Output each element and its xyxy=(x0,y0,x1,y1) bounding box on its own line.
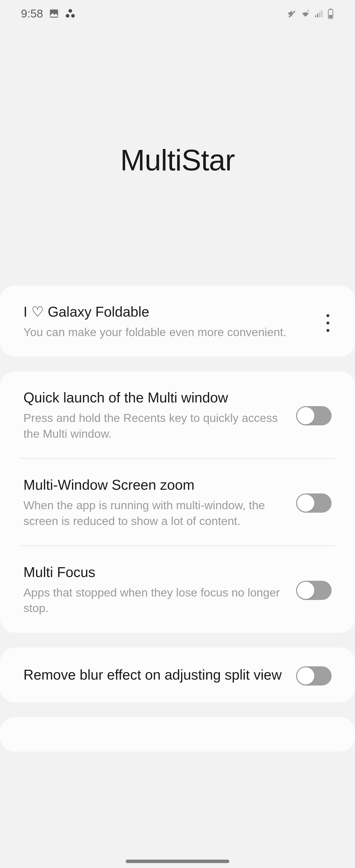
remove-blur-toggle[interactable] xyxy=(296,666,331,685)
blur-card: Remove blur effect on adjusting split vi… xyxy=(0,648,355,702)
remove-blur-text: Remove blur effect on adjusting split vi… xyxy=(24,665,296,684)
svg-rect-8 xyxy=(321,10,322,17)
partial-card xyxy=(0,717,355,752)
svg-rect-10 xyxy=(330,9,331,10)
foldable-text: I ♡ Galaxy Foldable You can make your fo… xyxy=(24,302,331,340)
more-options-icon xyxy=(326,314,329,317)
battery-icon xyxy=(327,8,334,19)
app-icon xyxy=(65,8,76,19)
quick-launch-title: Quick launch of the Multi window xyxy=(24,388,286,407)
page-title: MultiStar xyxy=(120,143,235,177)
svg-rect-5 xyxy=(315,15,316,17)
quick-launch-toggle[interactable] xyxy=(296,406,331,425)
more-options-icon xyxy=(326,321,329,324)
multi-focus-toggle[interactable] xyxy=(296,581,331,600)
svg-rect-6 xyxy=(317,13,318,17)
svg-text:6: 6 xyxy=(307,9,309,12)
toggle-knob xyxy=(297,494,314,512)
screen-zoom-text: Multi-Window Screen zoom When the app is… xyxy=(24,475,296,529)
remove-blur-title: Remove blur effect on adjusting split vi… xyxy=(24,665,286,684)
remove-blur-item[interactable]: Remove blur effect on adjusting split vi… xyxy=(0,648,355,702)
status-right: 6 xyxy=(287,8,334,19)
screen-zoom-desc: When the app is running with multi-windo… xyxy=(24,497,286,529)
signal-icon xyxy=(314,9,324,19)
status-time: 9:58 xyxy=(21,7,43,20)
svg-rect-11 xyxy=(329,15,332,18)
screen-zoom-toggle[interactable] xyxy=(296,493,331,513)
quick-launch-item[interactable]: Quick launch of the Multi window Press a… xyxy=(0,371,355,458)
foldable-card: I ♡ Galaxy Foldable You can make your fo… xyxy=(0,285,355,356)
multi-focus-title: Multi Focus xyxy=(24,563,286,582)
screen-zoom-title: Multi-Window Screen zoom xyxy=(24,475,286,494)
multi-focus-item[interactable]: Multi Focus Apps that stopped when they … xyxy=(0,546,355,633)
toggle-knob xyxy=(297,667,314,685)
quick-launch-text: Quick launch of the Multi window Press a… xyxy=(24,388,296,441)
quick-launch-desc: Press and hold the Recents key to quickl… xyxy=(24,410,286,441)
multi-focus-desc: Apps that stopped when they lose focus n… xyxy=(24,585,286,616)
multi-focus-text: Multi Focus Apps that stopped when they … xyxy=(24,563,296,616)
partial-item[interactable] xyxy=(0,717,355,734)
toggle-knob xyxy=(297,582,314,599)
more-options-button[interactable] xyxy=(321,308,335,338)
multiwindow-card: Quick launch of the Multi window Press a… xyxy=(0,371,355,632)
nav-handle[interactable] xyxy=(126,860,229,863)
foldable-title: I ♡ Galaxy Foldable xyxy=(24,302,322,321)
svg-point-3 xyxy=(71,14,75,18)
mute-icon xyxy=(287,9,297,19)
gallery-icon xyxy=(49,8,59,19)
status-left: 9:58 xyxy=(21,7,76,20)
foldable-desc: You can make your foldable even more con… xyxy=(24,324,322,340)
svg-point-2 xyxy=(66,14,69,18)
svg-point-1 xyxy=(68,9,72,13)
more-options-icon xyxy=(326,329,329,332)
status-bar: 9:58 6 xyxy=(0,0,355,27)
svg-rect-7 xyxy=(319,12,321,17)
toggle-knob xyxy=(297,407,314,424)
foldable-item[interactable]: I ♡ Galaxy Foldable You can make your fo… xyxy=(0,285,355,356)
header-area: MultiStar xyxy=(0,27,355,214)
settings-content: I ♡ Galaxy Foldable You can make your fo… xyxy=(0,285,355,752)
screen-zoom-item[interactable]: Multi-Window Screen zoom When the app is… xyxy=(0,459,355,546)
wifi-icon: 6 xyxy=(300,9,311,19)
